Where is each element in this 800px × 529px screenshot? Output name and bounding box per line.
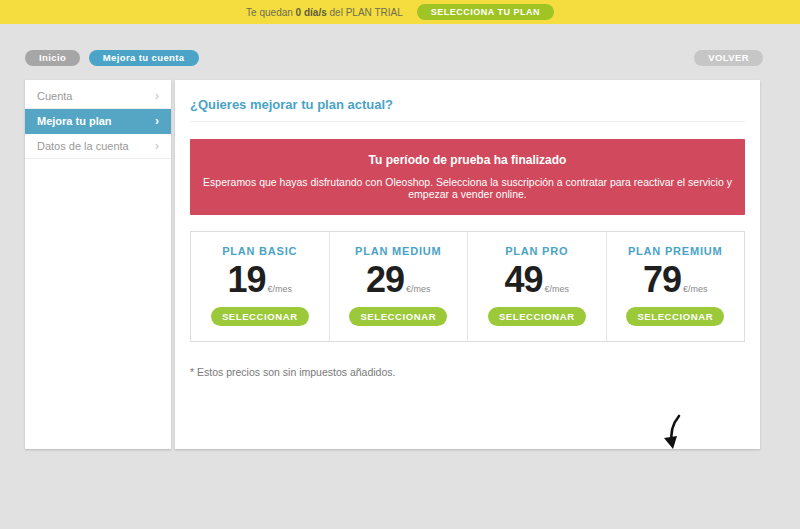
sidebar-item-datos-de-la-cuenta[interactable]: Datos de la cuenta › [25,134,171,159]
breadcrumb-home-button[interactable]: Inicio [25,50,80,66]
sidebar-item-cuenta[interactable]: Cuenta › [25,84,171,109]
plan-name: PLAN MEDIUM [336,245,462,257]
price-amount: 79 [643,259,681,300]
plan-card-premium: PLAN PREMIUM 79€/mes SELECCIONAR [606,232,745,341]
plan-card-basic: PLAN BASIC 19€/mes SELECCIONAR [191,232,329,341]
sidebar-item-label: Datos de la cuenta [37,134,129,158]
select-medium-button[interactable]: SELECCIONAR [349,307,447,326]
chevron-right-icon: › [155,84,159,108]
sidebar-item-mejora-tu-plan[interactable]: Mejora tu plan › [25,109,171,134]
price-amount: 29 [366,259,404,300]
page-title: ¿Quieres mejorar tu plan actual? [190,97,745,122]
annotation-arrow-icon [661,414,691,456]
plan-price: 29€/mes [336,259,462,301]
back-button[interactable]: VOLVER [694,50,763,66]
select-premium-button[interactable]: SELECCIONAR [626,307,724,326]
trial-banner: Te quedan 0 día/s del PLAN TRIAL SELECCI… [0,0,800,24]
plan-price: 79€/mes [613,259,739,301]
plan-card-pro: PLAN PRO 49€/mes SELECCIONAR [467,232,606,341]
sidebar-item-label: Mejora tu plan [37,109,112,133]
plan-name: PLAN PREMIUM [613,245,739,257]
select-basic-button[interactable]: SELECCIONAR [211,307,309,326]
trial-countdown-text: Te quedan 0 día/s del PLAN TRIAL [246,7,403,18]
plan-price: 49€/mes [474,259,600,301]
tax-footnote: * Estos precios son sin impuestos añadid… [190,366,745,378]
price-period: €/mes [545,284,570,294]
trial-ended-alert: Tu período de prueba ha finalizado Esper… [190,139,745,215]
plan-price: 19€/mes [197,259,323,301]
price-period: €/mes [683,284,708,294]
chevron-right-icon: › [155,134,159,158]
select-pro-button[interactable]: SELECCIONAR [488,307,586,326]
alert-body: Esperamos que hayas disfrutando con Oleo… [200,176,735,200]
breadcrumb: Inicio Mejora tu cuenta VOLVER [25,50,763,66]
price-period: €/mes [406,284,431,294]
main-panel: ¿Quieres mejorar tu plan actual? Tu perí… [175,80,760,449]
price-amount: 49 [504,259,542,300]
account-sidebar: Cuenta › Mejora tu plan › Datos de la cu… [25,80,171,449]
sidebar-item-label: Cuenta [37,84,72,108]
alert-title: Tu período de prueba ha finalizado [200,153,735,167]
plan-name: PLAN PRO [474,245,600,257]
days-remaining: 0 día/s [296,7,327,18]
chevron-right-icon: › [155,109,159,133]
price-period: €/mes [268,284,293,294]
plan-card-medium: PLAN MEDIUM 29€/mes SELECCIONAR [329,232,468,341]
plan-name: PLAN BASIC [197,245,323,257]
price-amount: 19 [227,259,265,300]
select-your-plan-button[interactable]: SELECCIONA TU PLAN [417,4,554,20]
breadcrumb-current-button[interactable]: Mejora tu cuenta [89,50,199,66]
plan-cards: PLAN BASIC 19€/mes SELECCIONAR PLAN MEDI… [190,231,745,342]
